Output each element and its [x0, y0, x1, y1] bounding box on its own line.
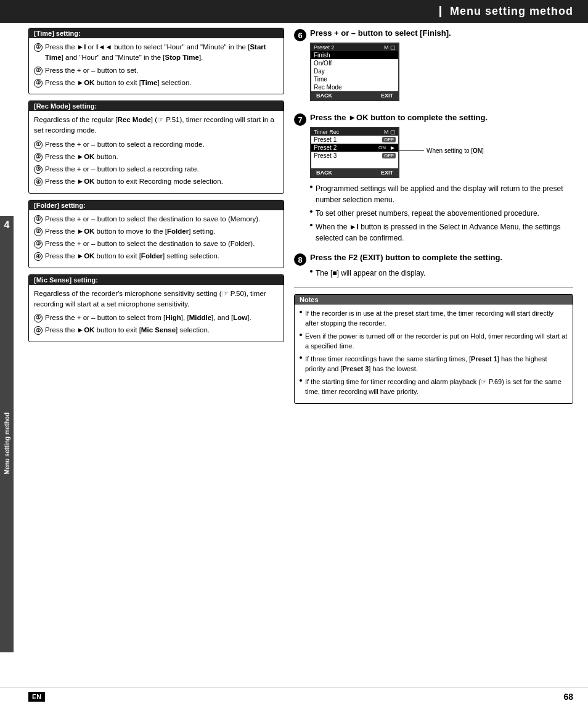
screen-bottom-bar-2: BACK EXIT [311, 168, 398, 177]
list-item: ② Press the + or – button to set. [34, 65, 279, 76]
step-8-row: 8 Press the F2 (EXIT) button to complete… [294, 252, 573, 281]
screen-top-bar-2: Timer Rec M ▢ [311, 128, 398, 136]
bullet-dot [310, 224, 312, 226]
step-8-title: Press the F2 (EXIT) button to complete t… [310, 252, 573, 263]
bullet-dot [310, 270, 312, 273]
badge-on-2: ON [376, 144, 388, 151]
bullet-dot [300, 356, 302, 359]
list-item: ② Press the ►OK button to move to the [F… [34, 226, 279, 237]
list-item: When the ►I button is pressed in the Sel… [310, 221, 573, 244]
num-circle: ① [34, 314, 43, 322]
page-header: Menu setting method [0, 0, 588, 23]
folder-setting-section: [Folder] setting: ① Press the + or – but… [28, 200, 284, 268]
en-badge: EN [28, 692, 45, 702]
mic-sense-title: [Mic Sense] setting: [29, 275, 284, 285]
step-8-bullets: The [■] will appear on the display. [310, 268, 573, 279]
rec-mode-title: [Rec Mode] setting: [29, 101, 284, 111]
step-7-title: Press the ►OK button to complete the set… [310, 112, 573, 123]
rec-mode-section: [Rec Mode] setting: Regardless of the re… [28, 101, 284, 194]
num-circle: ① [34, 215, 43, 224]
step-8-number: 8 [294, 253, 306, 266]
list-item: ④ Press the ►OK button to exit [Folder] … [34, 251, 279, 261]
bullet-dot [300, 379, 302, 382]
num-circle: ④ [34, 252, 43, 261]
num-circle: ① [34, 43, 43, 52]
rec-mode-content: Regardless of the regular [Rec Mode] (☞ … [29, 111, 284, 193]
bullet-dot [300, 334, 302, 336]
list-item: ① Press the + or – button to select a re… [34, 139, 279, 150]
time-setting-title: [Time] setting: [29, 28, 284, 38]
list-item: If the starting time for timer recording… [300, 377, 568, 397]
step-6-number: 6 [294, 29, 306, 41]
step-7-number: 7 [294, 113, 306, 126]
screen-annotation: When setting to [ON] [399, 147, 484, 154]
time-setting-section: [Time] setting: ① Press the ►I or I◄◄ bu… [28, 28, 284, 94]
page-number: 68 [563, 692, 573, 702]
list-item: If the recorder is in use at the preset … [300, 308, 568, 329]
mic-sense-section: [Mic Sense] setting: Regardless of the r… [28, 274, 284, 342]
annotation-line-icon [399, 147, 424, 154]
bullet-dot [310, 186, 312, 188]
list-item: ③ Press the ►OK button to exit [Time] se… [34, 78, 279, 88]
step-7-content: Press the ►OK button to complete the set… [310, 112, 573, 246]
bullet-dot [310, 210, 312, 213]
screen-row-finish: Finish [311, 51, 398, 59]
screen-mockup-2-wrapper: Timer Rec M ▢ Preset 1 OFF Preset 2 ON ► [310, 127, 399, 178]
step-7-bullets: Programmed settings will be applied and … [310, 183, 573, 244]
screen-row-time: Time [311, 75, 398, 83]
step-6-content: Press + or – button to select [Finish]. … [310, 28, 573, 106]
sidebar-chapter-label: Menu setting method [0, 234, 14, 652]
bullet-dot [300, 311, 302, 313]
num-circle: ② [34, 228, 43, 236]
left-column: [Time] setting: ① Press the ►I or I◄◄ bu… [28, 28, 284, 683]
step-8-content: Press the F2 (EXIT) button to complete t… [310, 252, 573, 281]
badge-off-3: OFF [382, 153, 396, 158]
step-6-row: 6 Press + or – button to select [Finish]… [294, 28, 573, 106]
screen-row-preset3: Preset 3 OFF [311, 152, 398, 160]
num-circle: ④ [34, 178, 43, 186]
folder-setting-title: [Folder] setting: [29, 200, 284, 210]
folder-setting-content: ① Press the + or – button to select the … [29, 210, 284, 268]
screen-mockup-1: Preset 2 M ▢ Finish On/Off Day Time Rec … [310, 43, 399, 101]
notes-title: Notes [295, 295, 573, 305]
list-item: ② Press the ►OK button to exit [Mic Sens… [34, 325, 279, 335]
list-item: ④ Press the ►OK button to exit Recording… [34, 176, 279, 187]
screen-row-preset2: Preset 2 ON ► [311, 144, 398, 152]
list-item: ③ Press the + or – button to select a re… [34, 164, 279, 174]
num-circle: ③ [34, 165, 43, 174]
list-item: ① Press the + or – button to select the … [34, 214, 279, 224]
time-setting-content: ① Press the ►I or I◄◄ button to select "… [29, 38, 284, 94]
sidebar-label-text: Menu setting method [3, 412, 11, 475]
screen-row-preset1: Preset 1 OFF [311, 136, 398, 144]
list-item: ① Press the ►I or I◄◄ button to select "… [34, 42, 279, 64]
list-item: Even if the power is turned off or the r… [300, 331, 568, 351]
list-item: The [■] will appear on the display. [310, 268, 573, 279]
step-7-row: 7 Press the ►OK button to complete the s… [294, 112, 573, 246]
screen-bottom-bar-1: BACK EXIT [311, 91, 398, 100]
list-item: ① Press the + or – button to select from… [34, 313, 279, 323]
notes-section: Notes If the recorder is in use at the p… [294, 294, 573, 404]
screen-row-day: Day [311, 67, 398, 75]
chapter-number: 4 [0, 216, 14, 234]
step-6-title: Press + or – button to select [Finish]. [310, 28, 573, 39]
num-circle: ③ [34, 240, 43, 248]
screen-top-bar-1: Preset 2 M ▢ [311, 44, 398, 51]
notes-content: If the recorder is in use at the preset … [295, 305, 573, 403]
list-item: If three timer recordings have the same … [300, 354, 568, 374]
right-column: 6 Press + or – button to select [Finish]… [294, 28, 573, 683]
header-title: Menu setting method [450, 5, 573, 17]
mic-sense-content: Regardless of the recorder's microphone … [29, 285, 284, 342]
screen-row-onoff: On/Off [311, 59, 398, 67]
num-circle: ② [34, 326, 43, 335]
notes-divider [294, 287, 573, 288]
screen-row-recmode: Rec Mode [311, 83, 398, 91]
page-footer: EN 68 [0, 687, 588, 705]
num-circle: ② [34, 153, 43, 162]
num-circle: ② [34, 67, 43, 75]
screen-mockup-2: Timer Rec M ▢ Preset 1 OFF Preset 2 ON ► [310, 127, 399, 178]
list-item: ② Press the ►OK button. [34, 152, 279, 162]
list-item: To set other preset numbers, repeat the … [310, 208, 573, 219]
list-item: Programmed settings will be applied and … [310, 183, 573, 205]
num-circle: ③ [34, 79, 43, 88]
num-circle: ① [34, 141, 43, 149]
